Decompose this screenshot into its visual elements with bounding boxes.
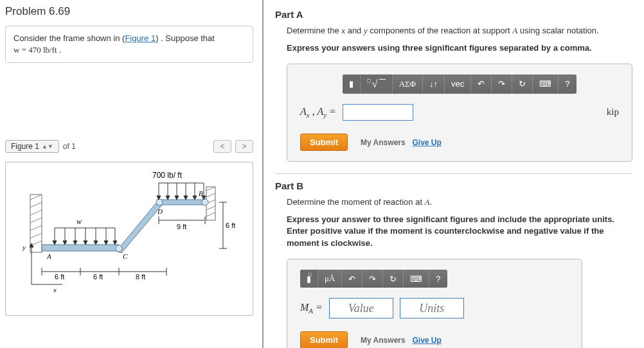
svg-marker-24 <box>63 241 67 245</box>
part-a-desc: Determine the x and y components of the … <box>287 25 632 37</box>
vector-icon[interactable]: vec <box>445 74 471 94</box>
svg-line-10 <box>206 193 215 197</box>
radical-icon[interactable]: □√ <box>361 74 392 94</box>
svg-text:6 ft: 6 ft <box>55 273 64 281</box>
intro-box: Consider the frame shown in (Figure 1) .… <box>5 26 253 63</box>
figure-bar: Figure 1 ▲▼ of 1 < > <box>5 140 253 153</box>
intro-prefix: Consider the frame shown in ( <box>13 33 125 43</box>
svg-rect-14 <box>42 245 119 251</box>
svg-text:y: y <box>22 243 26 251</box>
part-b-desc: Determine the moment of reaction at A. <box>287 196 632 209</box>
svg-text:C: C <box>123 252 128 260</box>
svg-point-18 <box>156 199 163 205</box>
svg-line-1 <box>30 195 42 200</box>
svg-text:6 ft: 6 ft <box>93 273 103 281</box>
subscript-icon[interactable]: ↓↑ <box>423 74 445 94</box>
svg-text:A: A <box>46 252 51 260</box>
svg-line-3 <box>30 210 42 215</box>
w-equation: w = 470 lb/ft . <box>13 45 61 55</box>
svg-line-13 <box>206 213 215 216</box>
svg-marker-28 <box>84 241 87 245</box>
undo-icon[interactable]: ↶ <box>471 74 492 94</box>
svg-marker-34 <box>113 241 117 245</box>
svg-marker-30 <box>94 241 98 245</box>
keyboard-icon[interactable]: ⌨ <box>404 270 429 288</box>
part-b-units-input[interactable] <box>400 298 464 318</box>
svg-marker-43 <box>184 196 188 200</box>
redo-icon[interactable]: ↷ <box>362 270 383 288</box>
svg-text:700 lb/ ft: 700 lb/ ft <box>152 171 183 180</box>
part-a-toolbar: ▮ □√ ΑΣΦ ↓↑ vec ↶ ↷ ↻ ⌨ ? <box>343 74 576 94</box>
part-b-toolbar: ▮□ μÅ ↶ ↷ ↻ ⌨ ? <box>300 270 447 288</box>
problem-title: Problem 6.69 <box>5 5 253 18</box>
svg-text:8 ft: 8 ft <box>136 273 145 281</box>
figure-next-button[interactable]: > <box>235 140 253 153</box>
svg-text:D: D <box>157 207 163 215</box>
svg-marker-26 <box>73 241 77 245</box>
svg-text:B: B <box>199 189 203 197</box>
svg-line-5 <box>30 225 42 231</box>
frame-diagram: 700 lb/ ft w A C D B y x 6 ft 6 ft 8 ft … <box>19 169 237 304</box>
intro-suffix: ) . Suppose that <box>156 33 215 43</box>
figure-link[interactable]: Figure 1 <box>125 33 156 43</box>
part-a-eq-label: Ax , Ay = <box>300 106 336 119</box>
svg-text:w: w <box>76 217 82 226</box>
svg-marker-41 <box>175 196 179 200</box>
part-b-eq-label: MA = <box>300 302 323 315</box>
part-b-answer-box: ▮□ μÅ ↶ ↷ ↻ ⌨ ? MA = Submit My Answers <box>287 259 582 348</box>
template-icon[interactable]: ▮ <box>343 74 361 94</box>
reset-icon[interactable]: ↻ <box>512 74 533 94</box>
reset-icon[interactable]: ↻ <box>383 270 404 288</box>
dropdown-icon: ▲▼ <box>42 143 53 150</box>
svg-line-4 <box>30 218 42 223</box>
help-icon[interactable]: ? <box>559 74 576 94</box>
figure-select-label: Figure 1 <box>11 142 39 151</box>
svg-text:6 ft: 6 ft <box>226 222 235 229</box>
part-a-title: Part A <box>275 9 632 20</box>
part-b-my-answers[interactable]: My Answers <box>361 336 406 345</box>
keyboard-icon[interactable]: ⌨ <box>533 74 559 94</box>
units-icon[interactable]: μÅ <box>318 270 342 288</box>
undo-icon[interactable]: ↶ <box>342 270 362 288</box>
svg-marker-15 <box>116 202 163 253</box>
figure-select[interactable]: Figure 1 ▲▼ <box>5 140 59 153</box>
svg-rect-16 <box>157 200 206 205</box>
figure-of-text: of 1 <box>63 142 76 151</box>
part-a-submit-button[interactable]: Submit <box>300 134 348 151</box>
part-b-submit-button[interactable]: Submit <box>300 331 348 348</box>
part-b-title: Part B <box>275 180 632 191</box>
svg-marker-39 <box>166 196 170 200</box>
template-icon[interactable]: ▮□ <box>300 270 318 288</box>
svg-line-6 <box>30 233 42 238</box>
svg-marker-22 <box>53 241 57 245</box>
svg-marker-45 <box>193 196 197 200</box>
svg-line-12 <box>206 206 215 210</box>
part-a-hint: Express your answers using three signifi… <box>287 42 632 55</box>
part-a-unit: kip <box>607 107 619 117</box>
greek-icon[interactable]: ΑΣΦ <box>393 74 423 94</box>
svg-marker-32 <box>104 241 108 245</box>
svg-text:9 ft: 9 ft <box>177 223 186 231</box>
svg-point-17 <box>116 245 122 252</box>
divider <box>275 173 632 174</box>
figure-panel: 700 lb/ ft w A C D B y x 6 ft 6 ft 8 ft … <box>5 162 253 316</box>
svg-point-19 <box>202 199 208 205</box>
svg-line-2 <box>30 202 42 207</box>
part-a-my-answers[interactable]: My Answers <box>361 138 406 147</box>
part-a-input[interactable] <box>343 104 413 121</box>
part-b-giveup-link[interactable]: Give Up <box>413 336 442 345</box>
part-a-giveup-link[interactable]: Give Up <box>413 138 442 147</box>
svg-line-9 <box>206 187 215 191</box>
figure-prev-button[interactable]: < <box>213 140 231 153</box>
svg-text:x: x <box>53 286 57 293</box>
redo-icon[interactable]: ↷ <box>492 74 512 94</box>
part-a-answer-box: ▮ □√ ΑΣΦ ↓↑ vec ↶ ↷ ↻ ⌨ ? Ax , Ay = kip <box>287 64 632 162</box>
help-icon[interactable]: ? <box>429 270 447 288</box>
part-b-value-input[interactable] <box>329 298 393 318</box>
part-b-hint: Express your answer to three significant… <box>287 214 632 250</box>
